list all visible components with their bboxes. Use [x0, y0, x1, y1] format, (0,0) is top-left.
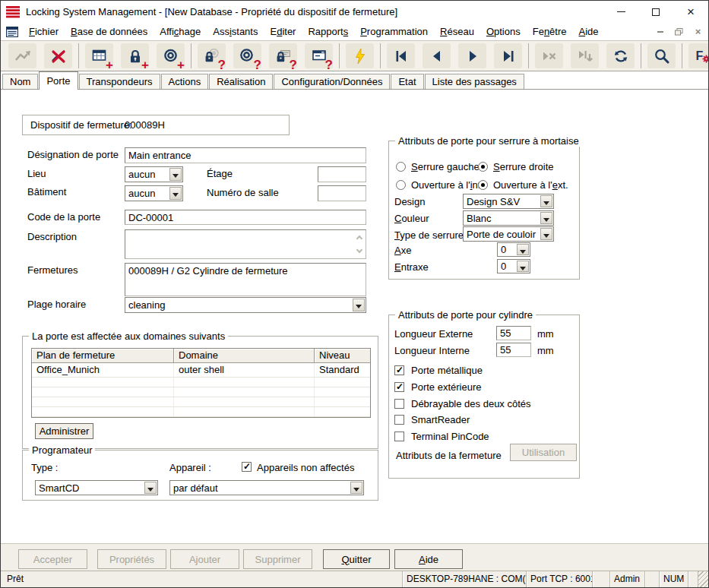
toolbar-button-read-network[interactable]: ? [305, 43, 333, 68]
toolbar-button-read-lock-g1[interactable]: ? [269, 43, 297, 68]
tab-liste-des-passages[interactable]: Liste des passages [425, 74, 524, 89]
appareils-non-affectes-checkbox[interactable] [242, 462, 252, 472]
toolbar-button-program[interactable] [346, 43, 374, 68]
toolbar-button-skip-down[interactable] [571, 43, 599, 68]
toolbar-button-nav-next[interactable] [458, 43, 486, 68]
menu-programmation[interactable]: Programmation [354, 24, 434, 39]
aide-button[interactable]: Aide [394, 549, 463, 569]
axe-combo[interactable]: 0 [497, 242, 530, 257]
porte-exterieure-checkbox[interactable] [394, 382, 404, 392]
programmer-type-combo[interactable]: SmartCD [35, 480, 158, 495]
toolbar-button-nav-prev[interactable] [423, 43, 451, 68]
supprimer-button[interactable]: Supprimer [243, 549, 312, 569]
ajouter-button[interactable]: Ajouter [170, 549, 239, 569]
menu-affichage[interactable]: Affichage [154, 24, 207, 39]
menu-fenetre[interactable]: Fenêtre [527, 24, 573, 39]
toolbar-button-read-transponder[interactable]: ? [233, 43, 261, 68]
smartreader-checkbox[interactable] [394, 415, 404, 425]
appareils-non-affectes-label[interactable]: Appareils non affectés [257, 462, 354, 473]
smartreader-label[interactable]: SmartReader [411, 414, 470, 425]
quitter-button[interactable]: Quitter [323, 549, 390, 569]
porte-metallique-label[interactable]: Porte métallique [411, 365, 483, 376]
tab-configuration-donnees[interactable]: Configuration/Données [274, 74, 390, 89]
menu-editer[interactable]: Editer [264, 24, 302, 39]
serrure-droite-label[interactable]: Serrure droite [493, 161, 553, 172]
serrure-gauche-label[interactable]: Serrure gauche [411, 161, 480, 172]
chevron-down-icon[interactable] [144, 482, 157, 494]
numero-salle-input[interactable] [318, 185, 366, 201]
longueur-interne-input[interactable]: 55 [496, 343, 531, 357]
accepter-button[interactable]: Accepter [18, 549, 87, 569]
toolbar-button-read-lock[interactable]: ? [198, 43, 226, 68]
tab-realisation[interactable]: Réalisation [209, 74, 273, 89]
menu-options[interactable]: Options [480, 24, 527, 39]
chevron-down-icon[interactable] [540, 212, 552, 224]
ouverture-ext-radio[interactable] [478, 180, 488, 190]
menu-assistants[interactable]: Assistants [207, 24, 264, 39]
administrer-button[interactable]: Administrer [35, 423, 93, 439]
serrure-droite-radio[interactable] [478, 162, 488, 172]
chevron-down-icon[interactable] [169, 168, 182, 181]
mdi-close-button[interactable]: × [689, 25, 707, 39]
terminal-pincode-label[interactable]: Terminal PinCode [411, 431, 489, 442]
chevron-down-icon[interactable] [540, 195, 552, 207]
tab-porte[interactable]: Porte [39, 71, 78, 90]
ouverture-int-radio[interactable] [396, 180, 406, 190]
toolbar-button-nav-first[interactable] [387, 43, 415, 68]
chevron-down-icon[interactable] [169, 187, 182, 200]
mdi-restore-button[interactable] [670, 25, 688, 39]
plage-horaire-combo[interactable]: cleaning [125, 297, 366, 313]
toolbar-button-refresh[interactable] [606, 43, 635, 68]
couleur-combo[interactable]: Blanc [463, 210, 554, 226]
maximize-button[interactable] [638, 1, 673, 23]
toolbar-button-filter-settings[interactable]: F [688, 43, 709, 68]
fermetures-textarea[interactable]: 000089H / G2 Cylindre de fermeture [125, 263, 366, 296]
chevron-down-icon[interactable] [350, 482, 362, 494]
mdi-minimize-button[interactable] [651, 25, 669, 39]
porte-exterieure-label[interactable]: Porte extérieure [411, 381, 482, 393]
toolbar-button-new-locking-plan[interactable]: + [85, 43, 113, 68]
resize-grip[interactable] [698, 571, 708, 587]
code-porte-input[interactable]: DC-00001 [125, 210, 366, 225]
terminal-pincode-checkbox[interactable] [394, 432, 404, 441]
table-row[interactable]: Office_Munich outer shell Standard [32, 363, 370, 378]
etage-input[interactable] [318, 166, 366, 182]
toolbar-button-nav-last[interactable] [494, 43, 522, 68]
menu-reseau[interactable]: Réseau [434, 24, 480, 39]
chevron-down-icon[interactable] [517, 244, 529, 255]
toolbar-button-disconnect[interactable] [44, 43, 72, 68]
longueur-externe-input[interactable]: 55 [496, 326, 531, 340]
toolbar-button-new-lock[interactable]: + [121, 43, 149, 68]
entraxe-combo[interactable]: 0 [497, 259, 530, 273]
toolbar-button-skip-delete[interactable] [535, 43, 563, 68]
design-combo[interactable]: Design S&V [463, 194, 554, 209]
ouverture-ext-label[interactable]: Ouverture à l'ext. [493, 179, 568, 191]
appareil-combo[interactable]: par défaut [169, 480, 364, 495]
utilisation-button[interactable]: Utilisation [510, 444, 577, 461]
chevron-down-icon[interactable] [353, 299, 365, 311]
chevron-down-icon[interactable] [540, 228, 552, 240]
batiment-combo[interactable]: aucun [125, 185, 183, 201]
designation-input[interactable]: Main entrance [125, 147, 366, 163]
type-serrure-combo[interactable]: Porte de couloir [463, 226, 554, 242]
close-button[interactable]: × [673, 1, 708, 23]
tab-nom[interactable]: Nom [2, 74, 38, 89]
minimize-button[interactable] [603, 1, 638, 23]
debrayable-label[interactable]: Débrayable des deux côtés [411, 398, 531, 409]
menu-fichier[interactable]: Fichier [23, 24, 65, 39]
ouverture-int-label[interactable]: Ouverture à l'int. [411, 179, 483, 191]
mdi-document-icon[interactable] [6, 27, 18, 37]
description-textarea[interactable] [125, 229, 366, 259]
tab-transpondeurs[interactable]: Transpondeurs [79, 74, 160, 89]
debrayable-checkbox[interactable] [394, 399, 404, 409]
proprietes-button[interactable]: Propriétés [97, 549, 166, 569]
toolbar-button-jump-arrow[interactable] [8, 43, 36, 68]
porte-metallique-checkbox[interactable] [394, 365, 404, 375]
toolbar-button-search[interactable] [647, 43, 676, 68]
toolbar-button-new-transponder[interactable]: + [157, 43, 185, 68]
lieu-combo[interactable]: aucun [125, 166, 183, 182]
menu-base-de-donnees[interactable]: Base de données [65, 24, 154, 39]
menu-rapports[interactable]: Rapports [302, 24, 354, 39]
chevron-down-icon[interactable] [517, 261, 529, 272]
tab-actions[interactable]: Actions [161, 74, 209, 89]
